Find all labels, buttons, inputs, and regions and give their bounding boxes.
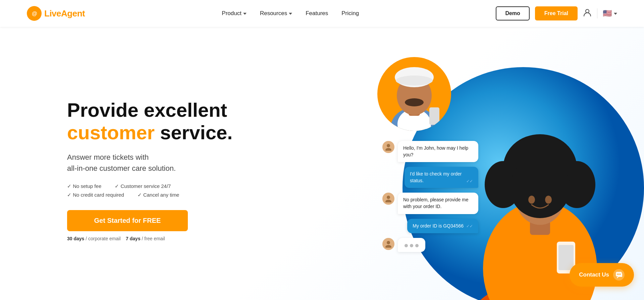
agent-avatar-2	[382, 193, 394, 205]
hero-section: Provide excellent customer service. Answ…	[0, 27, 644, 300]
svg-point-35	[617, 274, 618, 275]
typing-indicator	[382, 238, 478, 252]
agent-avatar-3	[382, 238, 394, 250]
get-started-button[interactable]: Get Started for FREE	[67, 210, 188, 231]
svg-point-2	[586, 9, 589, 13]
chevron-down-icon	[243, 13, 247, 15]
svg-rect-18	[558, 245, 574, 270]
chat-area: Hello, I'm John, how may I help you? I'd…	[382, 141, 478, 252]
check-marks-icon: ✓✓	[466, 223, 473, 229]
svg-point-28	[387, 144, 390, 147]
check-no-setup: ✓ No setup fee	[67, 183, 101, 189]
checks-row-2: ✓ No credit card required ✓ Cancel any t…	[67, 192, 255, 198]
svg-point-30	[387, 196, 390, 199]
user-icon[interactable]	[583, 8, 592, 19]
svg-text:@: @	[32, 11, 37, 16]
chat-bubble-white-2: No problem, please provide me with your …	[398, 193, 478, 214]
language-selector[interactable]: 🇺🇸	[603, 9, 617, 18]
agent-avatar-1	[382, 141, 394, 153]
demo-button[interactable]: Demo	[496, 6, 529, 20]
contact-us-label: Contact Us	[579, 271, 609, 278]
svg-point-29	[385, 148, 391, 151]
nav-divider	[597, 8, 597, 18]
svg-rect-27	[429, 107, 439, 125]
svg-point-31	[385, 200, 391, 202]
svg-point-36	[619, 274, 620, 275]
checks-row-1: ✓ No setup fee ✓ Customer service 24/7	[67, 183, 255, 189]
flag-icon: 🇺🇸	[603, 9, 612, 18]
svg-point-25	[396, 76, 433, 86]
chevron-down-icon	[289, 13, 292, 15]
chat-message-3: No problem, please provide me with your …	[382, 193, 478, 214]
contact-us-button[interactable]: Contact Us	[570, 263, 634, 287]
chat-message-1: Hello, I'm John, how may I help you?	[382, 141, 478, 162]
check-customer-service: ✓ Customer service 24/7	[115, 183, 171, 189]
svg-point-26	[405, 98, 424, 106]
hero-title: Provide excellent customer service.	[67, 99, 255, 144]
typing-dots-bubble	[398, 238, 425, 252]
trial-note: 30 days / corporate email 7 days / free …	[67, 236, 255, 241]
nav-product[interactable]: Product	[222, 10, 247, 17]
chat-message-4: My order ID is GQ34566 ✓✓	[396, 219, 478, 234]
svg-point-32	[387, 241, 390, 244]
chat-bubble-white-1: Hello, I'm John, how may I help you?	[398, 141, 478, 162]
hero-subtitle: Answer more tickets with all-in-one cust…	[67, 152, 255, 174]
svg-point-16	[545, 196, 552, 204]
check-cancel: ✓ Cancel any time	[138, 192, 179, 198]
typing-dots	[405, 244, 419, 247]
logo-icon: @	[27, 6, 42, 21]
chat-bubble-blue-2: My order ID is GQ34566 ✓✓	[407, 219, 478, 234]
svg-point-37	[620, 274, 621, 275]
hero-illustration: Hello, I'm John, how may I help you? I'd…	[342, 40, 644, 300]
svg-point-14	[510, 158, 570, 218]
svg-point-33	[385, 245, 391, 248]
logo-agent: Agent	[61, 8, 85, 18]
logo-text: LiveAgent	[44, 8, 85, 19]
svg-point-15	[528, 196, 535, 204]
dot-3	[415, 244, 419, 247]
nav-links: Product Resources Features Pricing	[222, 10, 359, 17]
nav-features[interactable]: Features	[306, 10, 328, 17]
chat-icon	[613, 269, 625, 281]
nav-actions: Demo Free Trial 🇺🇸	[496, 6, 617, 20]
chat-message-2: I'd like to check my order status. ✓✓	[396, 167, 478, 188]
check-no-credit-card: ✓ No credit card required	[67, 192, 124, 198]
chevron-down-icon	[614, 13, 617, 15]
navbar: @ LiveAgent Product Resources Features P…	[0, 0, 644, 27]
logo[interactable]: @ LiveAgent	[27, 6, 85, 21]
logo-live: Live	[44, 8, 61, 18]
nav-pricing[interactable]: Pricing	[341, 10, 359, 17]
free-trial-button[interactable]: Free Trial	[535, 6, 578, 20]
dot-2	[410, 244, 413, 247]
hero-checks: ✓ No setup fee ✓ Customer service 24/7 ✓…	[67, 183, 255, 198]
hero-content: Provide excellent customer service. Answ…	[67, 99, 255, 241]
dot-1	[405, 244, 408, 247]
check-marks-icon: ✓✓	[466, 179, 473, 184]
nav-resources[interactable]: Resources	[260, 10, 292, 17]
chat-bubble-blue-1: I'd like to check my order status. ✓✓	[405, 167, 478, 188]
